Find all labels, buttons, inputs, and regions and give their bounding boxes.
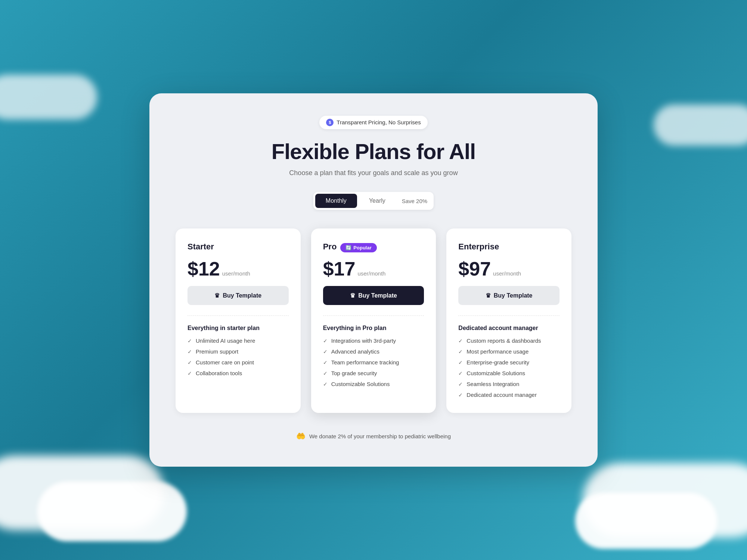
feature-text: Seamless Integration [467,381,519,387]
list-item: ✓ Advanced analytics [323,348,424,355]
feature-text: Customizable Solutions [331,381,390,387]
list-item: ✓ Custom reports & dashboards [458,337,560,344]
pro-plan-card: Pro 🔄 Popular $17 user/month ♛ Buy Templ… [311,228,436,413]
pro-divider [323,315,424,316]
page-title: Flexible Plans for All [176,140,571,164]
feature-text: Customizable Solutions [467,370,525,376]
starter-plan-name: Starter [187,242,214,252]
check-icon: ✓ [323,370,328,376]
badge-row: $ Transparent Pricing, No Surprises [176,116,571,129]
enterprise-plan-name: Enterprise [458,242,499,252]
enterprise-price-row: $97 user/month [458,259,560,279]
list-item: ✓ Dedicated account manager [458,392,560,398]
feature-text: Integrations with 3rd-party [331,337,396,344]
enterprise-divider [458,315,560,316]
check-icon: ✓ [458,370,463,376]
feature-text: Customer care on point [196,359,254,365]
footer-note: 🤲 We donate 2% of your membership to ped… [176,432,571,441]
check-icon: ✓ [458,360,463,365]
feature-text: Enterprise-grade security [467,359,529,365]
enterprise-plan-card: Enterprise $97 user/month ♛ Buy Template… [446,228,571,413]
list-item: ✓ Customer care on point [187,359,289,365]
pro-buy-button[interactable]: ♛ Buy Template [323,286,424,305]
check-icon: ✓ [458,381,463,387]
enterprise-buy-button[interactable]: ♛ Buy Template [458,286,560,305]
popular-badge-label: Popular [353,245,371,251]
toggle-container: Monthly Yearly Save 20% [313,192,434,210]
save-label: Save 20% [397,194,432,208]
pro-features-title: Everything in Pro plan [323,325,424,332]
popular-badge-icon: 🔄 [345,245,351,251]
feature-text: Top grade security [331,370,377,376]
enterprise-btn-icon: ♛ [486,292,491,299]
list-item: ✓ Seamless Integration [458,381,560,387]
starter-divider [187,315,289,316]
starter-buy-button[interactable]: ♛ Buy Template [187,286,289,305]
feature-text: Custom reports & dashboards [467,337,541,344]
enterprise-price-period: user/month [493,270,521,277]
starter-feature-list: ✓ Unlimited AI usage here ✓ Premium supp… [187,337,289,376]
pro-price-row: $17 user/month [323,259,424,279]
enterprise-btn-label: Buy Template [494,292,533,299]
list-item: ✓ Customizable Solutions [323,381,424,387]
main-pricing-card: $ Transparent Pricing, No Surprises Flex… [149,93,598,467]
check-icon: ✓ [458,338,463,344]
feature-text: Collaboration tools [196,370,242,376]
billing-toggle: Monthly Yearly Save 20% [176,192,571,210]
check-icon: ✓ [187,338,192,344]
feature-text: Dedicated account manager [467,392,537,398]
check-icon: ✓ [187,349,192,355]
pro-price-amount: $17 [323,259,356,279]
pro-price-period: user/month [357,270,385,277]
list-item: ✓ Most performance usage [458,348,560,355]
check-icon: ✓ [458,392,463,398]
badge-text: Transparent Pricing, No Surprises [337,119,421,125]
starter-plan-card: Starter $12 user/month ♛ Buy Template Ev… [176,228,301,413]
yearly-toggle-btn[interactable]: Yearly [359,194,396,208]
feature-text: Most performance usage [467,348,529,355]
pro-feature-list: ✓ Integrations with 3rd-party ✓ Advanced… [323,337,424,387]
list-item: ✓ Team performance tracking [323,359,424,365]
enterprise-price-amount: $97 [458,259,491,279]
pricing-badge: $ Transparent Pricing, No Surprises [319,116,427,129]
check-icon: ✓ [323,360,328,365]
starter-price-row: $12 user/month [187,259,289,279]
popular-badge: 🔄 Popular [340,243,376,252]
starter-features-title: Everything in starter plan [187,325,289,332]
feature-text: Team performance tracking [331,359,399,365]
list-item: ✓ Top grade security [323,370,424,376]
list-item: ✓ Unlimited AI usage here [187,337,289,344]
enterprise-name-row: Enterprise [458,242,560,253]
check-icon: ✓ [323,338,328,344]
starter-price-period: user/month [222,270,250,277]
starter-btn-label: Buy Template [223,292,261,299]
pro-name-row: Pro 🔄 Popular [323,242,424,253]
footer-text: We donate 2% of your membership to pedia… [309,433,451,439]
pro-btn-label: Buy Template [358,292,397,299]
check-icon: ✓ [458,349,463,355]
starter-name-row: Starter [187,242,289,253]
feature-text: Premium support [196,348,238,355]
check-icon: ✓ [187,370,192,376]
badge-icon: $ [326,119,334,126]
feature-text: Unlimited AI usage here [196,337,255,344]
enterprise-feature-list: ✓ Custom reports & dashboards ✓ Most per… [458,337,560,398]
pro-btn-icon: ♛ [350,292,355,299]
list-item: ✓ Enterprise-grade security [458,359,560,365]
list-item: ✓ Customizable Solutions [458,370,560,376]
page-subtitle: Choose a plan that fits your goals and s… [176,169,571,177]
starter-btn-icon: ♛ [214,292,220,299]
check-icon: ✓ [187,360,192,365]
check-icon: ✓ [323,381,328,387]
feature-text: Advanced analytics [331,348,379,355]
list-item: ✓ Collaboration tools [187,370,289,376]
pro-plan-name: Pro [323,242,337,252]
footer-icon: 🤲 [296,432,306,441]
monthly-toggle-btn[interactable]: Monthly [315,194,357,208]
list-item: ✓ Integrations with 3rd-party [323,337,424,344]
list-item: ✓ Premium support [187,348,289,355]
plans-grid: Starter $12 user/month ♛ Buy Template Ev… [176,228,571,413]
starter-price-amount: $12 [187,259,220,279]
enterprise-features-title: Dedicated account manager [458,325,560,332]
check-icon: ✓ [323,349,328,355]
